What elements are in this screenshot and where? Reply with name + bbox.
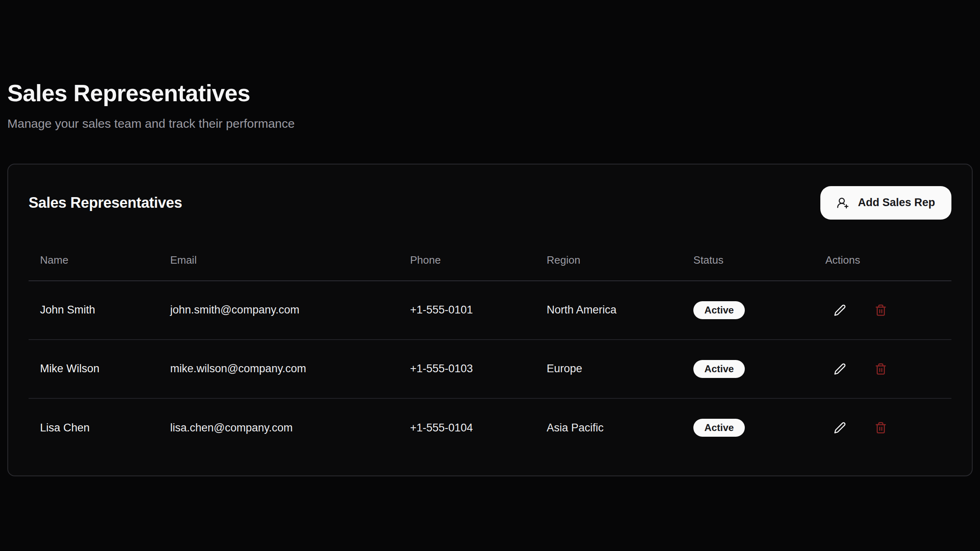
row-actions — [825, 301, 951, 319]
column-header-status: Status — [682, 240, 814, 281]
table-row: Lisa Chen lisa.chen@company.com +1-555-0… — [29, 398, 951, 457]
cell-status: Active — [682, 398, 814, 457]
trash-icon — [875, 363, 887, 375]
cell-actions — [814, 398, 951, 457]
edit-pencil-icon — [834, 363, 846, 375]
status-badge: Active — [693, 301, 745, 319]
sales-reps-card: Sales Representatives Add Sales Rep — [7, 164, 973, 476]
column-header-name: Name — [29, 240, 159, 281]
table-header-row: Name Email Phone Region Status Actions — [29, 240, 951, 281]
column-header-actions: Actions — [814, 240, 951, 281]
cell-region: Europe — [535, 340, 682, 398]
page-subtitle: Manage your sales team and track their p… — [7, 116, 973, 131]
cell-phone: +1-555-0104 — [399, 398, 535, 457]
row-actions — [825, 360, 951, 378]
cell-name: Mike Wilson — [29, 340, 159, 398]
trash-icon — [875, 422, 887, 434]
table-body: John Smith john.smith@company.com +1-555… — [29, 281, 951, 457]
edit-pencil-icon — [834, 422, 846, 434]
cell-phone: +1-555-0103 — [399, 340, 535, 398]
cell-region: North America — [535, 281, 682, 340]
cell-region: Asia Pacific — [535, 398, 682, 457]
user-plus-icon — [837, 197, 849, 209]
cell-name: Lisa Chen — [29, 398, 159, 457]
table-header: Name Email Phone Region Status Actions — [29, 240, 951, 281]
cell-actions — [814, 281, 951, 340]
card-title: Sales Representatives — [29, 194, 182, 211]
row-actions — [825, 419, 951, 437]
cell-email: lisa.chen@company.com — [159, 398, 399, 457]
cell-name: John Smith — [29, 281, 159, 340]
edit-button[interactable] — [831, 360, 849, 378]
table-row: Mike Wilson mike.wilson@company.com +1-5… — [29, 340, 951, 398]
edit-button[interactable] — [831, 419, 849, 437]
cell-actions — [814, 340, 951, 398]
sales-reps-table: Name Email Phone Region Status Actions J… — [29, 240, 951, 457]
table-row: John Smith john.smith@company.com +1-555… — [29, 281, 951, 340]
delete-button[interactable] — [872, 360, 890, 378]
add-sales-rep-button[interactable]: Add Sales Rep — [820, 186, 951, 220]
status-badge: Active — [693, 360, 745, 378]
trash-icon — [875, 304, 887, 316]
card-header: Sales Representatives Add Sales Rep — [29, 186, 951, 220]
cell-email: john.smith@company.com — [159, 281, 399, 340]
edit-pencil-icon — [834, 304, 846, 316]
cell-phone: +1-555-0101 — [399, 281, 535, 340]
column-header-phone: Phone — [399, 240, 535, 281]
page-title: Sales Representatives — [7, 80, 973, 107]
column-header-email: Email — [159, 240, 399, 281]
cell-email: mike.wilson@company.com — [159, 340, 399, 398]
column-header-region: Region — [535, 240, 682, 281]
delete-button[interactable] — [872, 301, 890, 319]
cell-status: Active — [682, 340, 814, 398]
edit-button[interactable] — [831, 301, 849, 319]
add-sales-rep-label: Add Sales Rep — [858, 196, 935, 209]
status-badge: Active — [693, 419, 745, 437]
page-header: Sales Representatives Manage your sales … — [7, 0, 973, 131]
cell-status: Active — [682, 281, 814, 340]
delete-button[interactable] — [872, 419, 890, 437]
page: Sales Representatives Manage your sales … — [0, 0, 980, 551]
